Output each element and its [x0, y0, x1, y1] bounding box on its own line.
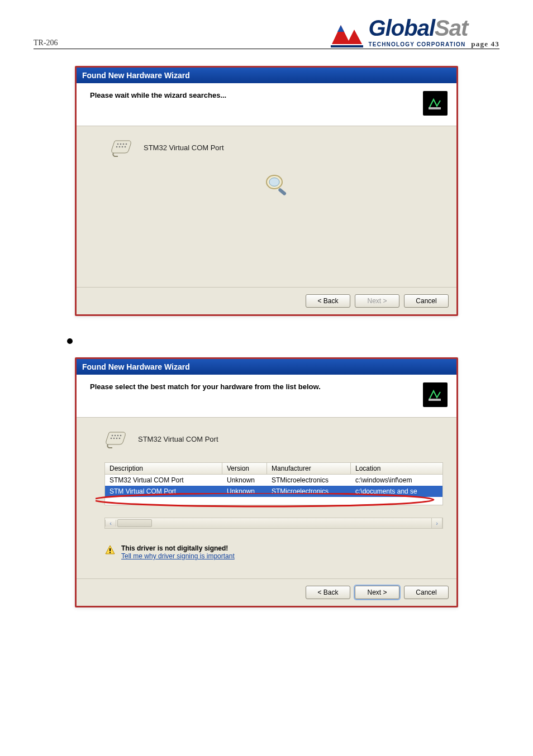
- signing-warning-title: This driver is not digitally signed!: [121, 544, 235, 552]
- searching-magnifier-icon: [262, 171, 291, 202]
- wizard-titlebar: Found New Hardware Wizard: [77, 68, 456, 83]
- back-button[interactable]: < Back: [306, 294, 350, 308]
- next-button: Next >: [355, 294, 399, 308]
- svg-point-17: [117, 435, 119, 437]
- svg-rect-25: [110, 552, 111, 553]
- company-logo: GlobalSat TECHNOLOGY CORPORATION page 43: [330, 17, 499, 47]
- wizard-head-icon: [423, 382, 448, 407]
- wizard-searching: Found New Hardware Wizard Please wait wh…: [75, 66, 458, 316]
- logo-subtitle: TECHNOLOGY CORPORATION page 43: [369, 40, 499, 47]
- scroll-right-icon[interactable]: ›: [431, 518, 442, 528]
- wizard-head-text: Please wait while the wizard searches...: [90, 91, 226, 99]
- svg-point-2: [117, 143, 119, 145]
- svg-point-22: [119, 438, 121, 439]
- wizard-head-icon: [423, 91, 448, 116]
- warning-icon: [104, 544, 116, 556]
- svg-point-4: [123, 143, 125, 145]
- signing-info-link[interactable]: Tell me why driver signing is important: [121, 552, 235, 560]
- cancel-button[interactable]: Cancel: [404, 586, 449, 599]
- svg-point-7: [119, 146, 121, 148]
- driver-list[interactable]: Description Version Manufacturer Locatio…: [104, 462, 443, 529]
- com-port-icon: [110, 137, 134, 157]
- col-version[interactable]: Version: [222, 463, 267, 474]
- wizard-titlebar: Found New Hardware Wizard: [77, 359, 456, 375]
- driver-list-header: Description Version Manufacturer Locatio…: [104, 462, 443, 475]
- next-button[interactable]: Next >: [355, 586, 399, 599]
- driver-row-selected[interactable]: STM Virtual COM Port Unknown STMicroelec…: [105, 486, 442, 497]
- doc-id: TR-206: [34, 39, 58, 47]
- svg-point-9: [125, 146, 126, 148]
- svg-point-15: [112, 435, 113, 437]
- col-description[interactable]: Description: [105, 463, 222, 474]
- device-name-label: STM32 Virtual COM Port: [138, 435, 218, 443]
- svg-point-5: [126, 143, 127, 145]
- svg-point-20: [113, 438, 115, 439]
- driver-row[interactable]: STM32 Virtual COM Port Unknown STMicroel…: [105, 475, 442, 486]
- svg-point-18: [120, 435, 122, 437]
- logo-word: GlobalSat: [369, 17, 468, 39]
- cancel-button[interactable]: Cancel: [404, 294, 449, 308]
- svg-point-16: [115, 435, 116, 437]
- svg-point-8: [122, 146, 123, 148]
- col-location[interactable]: Location: [351, 463, 442, 474]
- device-name-label: STM32 Virtual COM Port: [144, 143, 224, 152]
- svg-rect-14: [429, 399, 441, 401]
- wizard-select-driver: Found New Hardware Wizard Please select …: [75, 357, 458, 607]
- svg-rect-24: [110, 548, 111, 551]
- back-button[interactable]: < Back: [306, 586, 350, 599]
- doc-bullet: [67, 338, 73, 344]
- svg-rect-12: [278, 188, 287, 196]
- scroll-thumb[interactable]: [117, 519, 152, 527]
- col-manufacturer[interactable]: Manufacturer: [267, 463, 351, 474]
- com-port-icon: [104, 429, 128, 449]
- svg-point-3: [120, 143, 122, 145]
- page-header: TR-206 GlobalSat TECHNOLOGY CORPORATION: [34, 17, 499, 49]
- svg-point-11: [269, 178, 279, 186]
- wizard-head-text: Please select the best match for your ha…: [90, 382, 321, 391]
- logo-mark-icon: [330, 22, 364, 47]
- page-number: page 43: [471, 40, 499, 48]
- svg-rect-1: [429, 107, 441, 109]
- svg-point-21: [116, 438, 118, 439]
- scroll-left-icon[interactable]: ‹: [105, 520, 116, 527]
- svg-point-6: [116, 146, 118, 148]
- svg-point-19: [111, 438, 112, 439]
- horizontal-scrollbar[interactable]: ‹ ›: [104, 518, 443, 529]
